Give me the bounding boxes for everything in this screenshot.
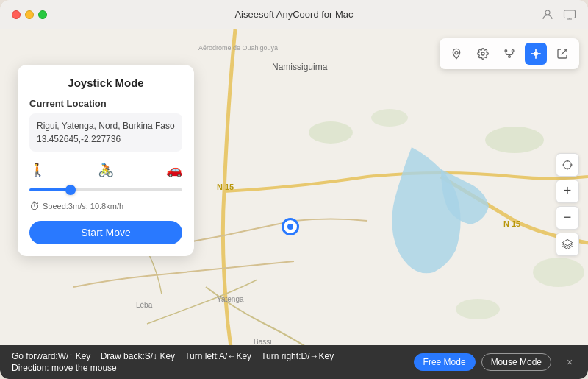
titlebar-actions bbox=[541, 8, 576, 21]
hint-forward: Go forward:W/↑ Key Draw back:S/↓ Key Tur… bbox=[12, 351, 334, 361]
close-bar-button[interactable]: × bbox=[563, 355, 576, 369]
minimize-traffic-light[interactable] bbox=[25, 10, 34, 19]
pin-toolbar-btn[interactable] bbox=[445, 43, 467, 65]
titlebar: Aiseesoft AnyCoord for Mac bbox=[0, 0, 588, 29]
traffic-lights bbox=[12, 10, 47, 19]
transport-bar: 🚶 🚴 🚗 bbox=[29, 162, 182, 178]
window-title: Aiseesoft AnyCoord for Mac bbox=[234, 9, 353, 20]
svg-text:Aérodrome de Ouahigouya: Aérodrome de Ouahigouya bbox=[198, 44, 278, 52]
route-toolbar-btn[interactable] bbox=[498, 43, 520, 65]
svg-point-25 bbox=[534, 52, 537, 55]
svg-marker-36 bbox=[562, 239, 572, 246]
screen-icon[interactable] bbox=[563, 8, 576, 21]
speed-label: ⏱ Speed:3m/s; 10.8km/h bbox=[29, 200, 182, 212]
svg-text:N 15: N 15 bbox=[217, 183, 234, 191]
user-icon[interactable] bbox=[541, 8, 554, 21]
marker-inner bbox=[287, 224, 293, 230]
map-toolbar bbox=[440, 38, 579, 69]
svg-point-31 bbox=[564, 160, 572, 169]
key-hints-left: Go forward:W/↑ Key Draw back:S/↓ Key Tur… bbox=[12, 351, 334, 373]
panel-title: Joystick Mode bbox=[29, 77, 182, 89]
svg-line-30 bbox=[562, 49, 567, 54]
map-right-controls: + − bbox=[556, 153, 579, 256]
svg-point-21 bbox=[505, 50, 507, 52]
app-window: Aiseesoft AnyCoord for Mac bbox=[0, 0, 588, 379]
mode-buttons: Free Mode Mouse Mode × bbox=[414, 353, 576, 371]
svg-text:N 15: N 15 bbox=[503, 219, 520, 228]
svg-text:Léba: Léba bbox=[136, 301, 153, 309]
svg-point-0 bbox=[545, 10, 550, 15]
free-mode-button[interactable]: Free Mode bbox=[414, 353, 476, 371]
zoom-out-btn[interactable]: − bbox=[556, 206, 579, 230]
mouse-mode-button[interactable]: Mouse Mode bbox=[481, 353, 551, 371]
svg-point-5 bbox=[309, 121, 353, 144]
settings-toolbar-btn[interactable] bbox=[472, 43, 494, 65]
location-line2: 13.452645,-2.227736 bbox=[37, 132, 175, 146]
car-icon[interactable]: 🚗 bbox=[166, 162, 182, 178]
speed-slider-container bbox=[29, 181, 182, 194]
zoom-in-btn[interactable]: + bbox=[556, 180, 579, 203]
location-marker bbox=[282, 218, 299, 235]
hint-direction: Direction: move the mouse bbox=[12, 363, 334, 373]
svg-point-7 bbox=[485, 127, 544, 153]
panel-subtitle: Current Location bbox=[29, 98, 182, 109]
joystick-panel: Joystick Mode Current Location Rigui, Ya… bbox=[18, 65, 194, 256]
bottom-bar: Go forward:W/↑ Key Draw back:S/↓ Key Tur… bbox=[0, 345, 588, 379]
svg-point-23 bbox=[509, 56, 511, 58]
svg-point-9 bbox=[456, 299, 500, 319]
export-toolbar-btn[interactable] bbox=[551, 43, 573, 65]
layers-btn[interactable] bbox=[556, 233, 579, 256]
main-content: Namissiguima N 15 N 15 Zandoma Zogore Ya… bbox=[0, 29, 588, 379]
svg-point-22 bbox=[512, 50, 514, 52]
maximize-traffic-light[interactable] bbox=[38, 10, 47, 19]
svg-rect-1 bbox=[564, 10, 576, 18]
speed-slider[interactable] bbox=[29, 188, 182, 191]
speed-text: Speed:3m/s; 10.8km/h bbox=[43, 202, 123, 210]
svg-point-19 bbox=[455, 52, 458, 54]
location-line1: Rigui, Yatenga, Nord, Burkina Faso bbox=[37, 119, 175, 132]
bike-icon[interactable]: 🚴 bbox=[98, 162, 114, 178]
speedometer-icon: ⏱ bbox=[29, 200, 40, 212]
svg-point-8 bbox=[533, 258, 584, 287]
svg-point-20 bbox=[481, 52, 484, 55]
svg-text:Namissiguima: Namissiguima bbox=[272, 62, 328, 72]
start-move-button[interactable]: Start Move bbox=[29, 221, 182, 244]
location-box: Rigui, Yatenga, Nord, Burkina Faso 13.45… bbox=[29, 113, 182, 152]
close-traffic-light[interactable] bbox=[12, 10, 21, 19]
crosshair-btn[interactable] bbox=[556, 153, 579, 177]
joystick-toolbar-btn[interactable] bbox=[525, 43, 547, 65]
svg-point-6 bbox=[371, 109, 408, 127]
walk-icon[interactable]: 🚶 bbox=[29, 162, 46, 178]
svg-text:Yatenga: Yatenga bbox=[217, 295, 244, 303]
